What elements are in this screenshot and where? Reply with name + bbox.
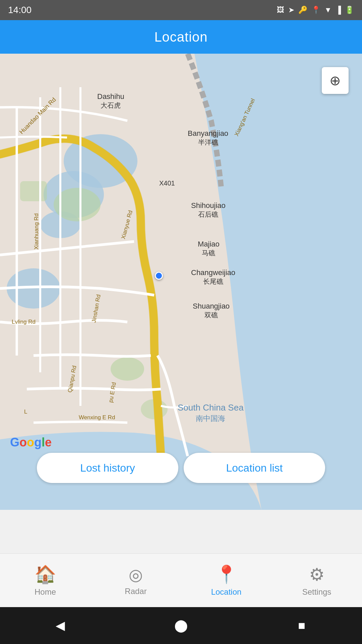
svg-rect-6 — [20, 181, 47, 201]
location-nav-icon: 📍 — [216, 564, 237, 585]
status-icons: 🖼 ➤ 🔑 📍 ▼ ▐ 🔋 — [277, 6, 354, 14]
nav-settings-label: Settings — [302, 587, 331, 597]
nav-location-label: Location — [211, 587, 242, 597]
map-svg — [0, 54, 362, 510]
system-navigation: ◀ ⬤ ■ — [0, 607, 362, 644]
nav-home[interactable]: 🏠 Home — [0, 564, 90, 597]
key-icon: 🔑 — [298, 6, 307, 14]
location-list-button[interactable]: Location list — [184, 453, 325, 483]
signal-icon: ▐ — [336, 6, 341, 14]
home-icon: 🏠 — [35, 564, 56, 585]
nav-settings[interactable]: ⚙ Settings — [272, 565, 362, 597]
crosshair-icon: ⊕ — [329, 73, 341, 88]
status-time: 14:00 — [8, 5, 32, 15]
back-button[interactable]: ◀ — [47, 612, 74, 639]
battery-icon: 🔋 — [345, 6, 354, 14]
wifi-icon: ▼ — [324, 6, 332, 14]
home-button[interactable]: ⬤ — [168, 612, 194, 639]
lost-history-button[interactable]: Lost history — [37, 453, 178, 483]
nav-radar[interactable]: ◎ Radar — [90, 565, 181, 596]
settings-icon: ⚙ — [309, 565, 325, 585]
radar-icon: ◎ — [129, 565, 143, 584]
map-action-buttons: Lost history Location list — [37, 453, 325, 483]
status-bar: 14:00 🖼 ➤ 🔑 📍 ▼ ▐ 🔋 — [0, 0, 362, 20]
my-location-button[interactable]: ⊕ — [322, 67, 349, 94]
send-icon: ➤ — [288, 6, 294, 14]
map-container[interactable]: Dashihu大石虎 Banyangjiao半洋礁 X401 Shihoujia… — [0, 54, 362, 510]
location-status-icon: 📍 — [311, 6, 320, 14]
app-bar-title: Location — [154, 30, 207, 45]
current-location-dot — [155, 272, 163, 280]
nav-location[interactable]: 📍 Location — [181, 564, 272, 597]
svg-point-7 — [111, 357, 144, 381]
google-logo: G o o g l e — [10, 435, 52, 449]
nav-radar-label: Radar — [125, 587, 146, 596]
gallery-icon: 🖼 — [277, 6, 284, 14]
recent-button[interactable]: ■ — [288, 612, 315, 639]
nav-home-label: Home — [35, 587, 56, 597]
bottom-navigation: 🏠 Home ◎ Radar 📍 Location ⚙ Settings — [0, 553, 362, 607]
app-bar: Location — [0, 20, 362, 54]
